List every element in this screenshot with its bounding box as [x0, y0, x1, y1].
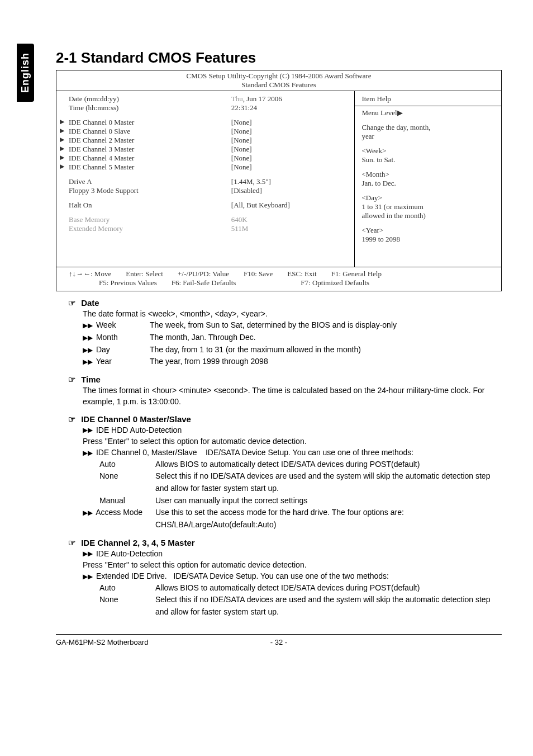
footer-right [312, 638, 502, 646]
ide0-auto-term: Auto [99, 459, 155, 471]
bios-header: CMOS Setup Utility-Copyright (C) 1984-20… [56, 70, 501, 91]
key-f7: F7: Optimized Defaults [301, 278, 369, 287]
bios-header-line1: CMOS Setup Utility-Copyright (C) 1984-20… [56, 72, 501, 81]
bios-left-pane: Date (mm:dd:yy)Thu, Jun 17 2006 Time (hh… [56, 91, 355, 267]
dbl-arrow-icon: ▶▶ [83, 358, 93, 366]
date-year-desc: The year, from 1999 through 2098 [150, 356, 502, 368]
help-day-t1: 1 to 31 (or maximum [361, 202, 494, 211]
dbl-arrow-icon: ▶▶ [83, 426, 93, 434]
bios-ide4m: IDE Channel 4 Master [69, 154, 231, 163]
dbl-arrow-icon: ▶▶ [83, 573, 93, 580]
bios-ide5m-v: [None] [231, 163, 349, 172]
help-week-t: Sun. to Sat. [361, 155, 494, 164]
date-intro: The date format is <week>, <month>, <day… [83, 308, 502, 319]
help-week-h: <Week> [361, 147, 494, 155]
language-tab: English [17, 44, 34, 102]
key-move: ↑↓→←: Move [69, 270, 111, 278]
page-content: 2-1 Standard CMOS Features CMOS Setup Ut… [0, 0, 533, 669]
dbl-arrow-icon: ▶▶ [83, 334, 93, 342]
bios-extmem: Extended Memory [69, 224, 231, 233]
ide2345-auto-det: ▶▶ IDE Auto-Detection [83, 548, 502, 559]
bios-basemem-v: 640K [231, 215, 349, 224]
hand-icon: ☞ [68, 298, 75, 308]
help-year-h: <Year> [361, 226, 494, 235]
triangle-icon: ▶ [397, 108, 403, 117]
bios-date-value: Thu, Jun 17 2006 [231, 94, 349, 103]
dbl-arrow-icon: ▶▶ [83, 322, 93, 329]
key-f5: F5: Previous Values [99, 278, 157, 287]
bios-date-weekday: Thu [231, 94, 243, 103]
bios-floppy3: Floppy 3 Mode Support [69, 186, 231, 195]
bios-footer: ↑↓→←: Move Enter: Select +/-/PU/PD: Valu… [56, 267, 501, 291]
dbl-arrow-icon: ▶▶ [83, 346, 93, 354]
triangle-icon: ▶ [60, 127, 64, 134]
triangle-icon: ▶ [60, 163, 64, 170]
help-line2: year [361, 132, 494, 141]
section-time: ☞ Time [68, 375, 502, 385]
date-day-term: ▶▶ Day [83, 344, 150, 356]
page-footer: GA-M61PM-S2 Motherboard - 32 - [56, 634, 502, 646]
hand-icon: ☞ [68, 375, 75, 384]
bios-ide0m: IDE Channel 0 Master [69, 118, 231, 127]
triangle-icon: ▶ [60, 136, 64, 143]
bios-time-value: 22:31:24 [231, 103, 349, 112]
bios-ide5m: IDE Channel 5 Master [69, 163, 231, 172]
time-text: The times format in <hour> <minute> <sec… [83, 385, 502, 408]
bios-ide4m-v: [None] [231, 154, 349, 163]
bios-ide2m-v: [None] [231, 136, 349, 145]
bios-help-pane: Item Help Menu Level▶ Change the day, mo… [355, 91, 501, 267]
key-f10: F10: Save [244, 270, 273, 278]
date-week-desc: The week, from Sun to Sat, determined by… [150, 319, 502, 332]
ide0-access-term: ▶▶ Access Mode [83, 507, 155, 531]
bios-halton-v: [All, But Keyboard] [231, 201, 349, 210]
bios-floppy3-v: [Disabled] [231, 186, 349, 195]
bios-ide2m: IDE Channel 2 Master [69, 136, 231, 145]
bios-date-rest: , Jun 17 2006 [243, 94, 282, 103]
help-month-t: Jan. to Dec. [361, 179, 494, 188]
ide2345-auto-term: Auto [99, 582, 155, 594]
key-pupd: +/-/PU/PD: Value [178, 270, 229, 278]
date-month-term: ▶▶ Month [83, 332, 150, 344]
help-line1: Change the day, month, [361, 123, 494, 132]
help-title: Item Help [361, 94, 494, 103]
section-ide0: ☞ IDE Channel 0 Master/Slave [68, 414, 502, 424]
footer-left: GA-M61PM-S2 Motherboard [56, 638, 245, 646]
ide0-manual-desc: User can manually input the correct sett… [155, 495, 502, 507]
help-menulevel: Menu Level [361, 108, 397, 117]
dbl-arrow-icon: ▶▶ [83, 509, 93, 517]
section-ide2345: ☞ IDE Channel 2, 3, 4, 5 Master [68, 538, 502, 548]
ide0-access-desc: Use this to set the access mode for the … [155, 507, 502, 531]
bios-header-line2: Standard CMOS Features [56, 81, 501, 89]
triangle-icon: ▶ [60, 118, 64, 125]
ide2345-auto-desc: Allows BIOS to automatically detect IDE/… [155, 582, 502, 594]
help-day-t2: allowed in the month) [361, 211, 494, 220]
ide0-none-desc: Select this if no IDE/SATA devices are u… [155, 470, 502, 494]
bios-extmem-v: 511M [231, 224, 349, 233]
bios-ide0s-v: [None] [231, 127, 349, 136]
section-time-title: Time [81, 375, 101, 384]
hand-icon: ☞ [68, 538, 75, 547]
bios-date-label: Date (mm:dd:yy) [69, 94, 231, 103]
ide2345-ext-row: ▶▶ Extended IDE Drive. IDE/SATA Device S… [83, 570, 502, 582]
date-week-term: ▶▶ Week [83, 319, 150, 332]
help-year-t: 1999 to 2098 [361, 235, 494, 244]
bios-drivea-v: [1.44M, 3.5"] [231, 177, 349, 186]
bios-halton: Halt On [69, 201, 231, 210]
bios-screenshot: CMOS Setup Utility-Copyright (C) 1984-20… [56, 70, 502, 291]
key-enter: Enter: Select [126, 270, 163, 278]
ide0-none-term: None [99, 470, 155, 494]
ide2345-none-desc: Select this if no IDE/SATA devices are u… [155, 594, 502, 618]
page-heading: 2-1 Standard CMOS Features [56, 49, 502, 67]
key-f6: F6: Fail-Safe Defaults [172, 278, 236, 287]
key-f1: F1: General Help [331, 270, 382, 278]
help-month-h: <Month> [361, 170, 494, 179]
help-day-h: <Day> [361, 193, 494, 202]
bios-ide3m-v: [None] [231, 145, 349, 154]
date-year-term: ▶▶ Year [83, 356, 150, 368]
ide0-hdd-auto: ▶▶ IDE HDD Auto-Detection [83, 424, 502, 436]
ide0-auto-desc: Allows BIOS to automatically detect IDE/… [155, 459, 502, 471]
bios-ide3m: IDE Channel 3 Master [69, 145, 231, 154]
bios-time-label: Time (hh:mm:ss) [69, 103, 231, 112]
bios-basemem: Base Memory [69, 215, 231, 224]
dbl-arrow-icon: ▶▶ [83, 449, 93, 457]
